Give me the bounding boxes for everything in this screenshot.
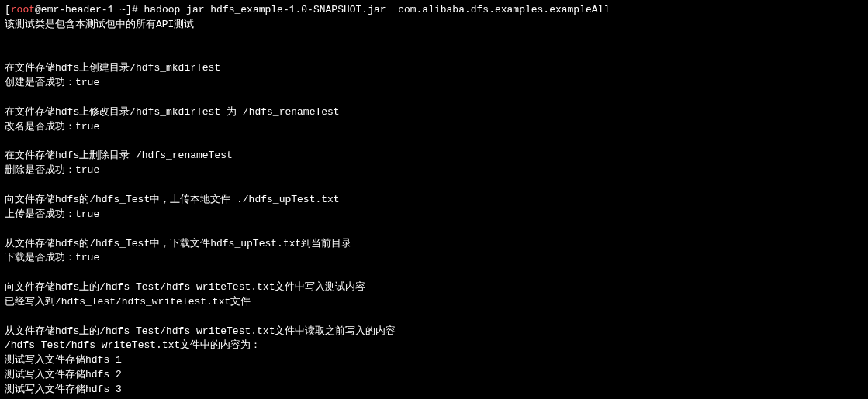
output-line: 下载是否成功：true — [5, 251, 863, 266]
blank-line — [5, 178, 863, 193]
command-text: hadoop jar hdfs_example-1.0-SNAPSHOT.jar… — [144, 4, 610, 15]
output-line: 该测试类是包含本测试包中的所有API测试 — [5, 18, 863, 33]
blank-line — [5, 266, 863, 280]
output-line: 测试写入文件存储hdfs 2 — [5, 368, 863, 383]
output-line: 删除是否成功：true — [5, 163, 863, 178]
prompt-line-1: [root@emr-header-1 ~]# hadoop jar hdfs_e… — [5, 3, 863, 18]
output-line: 从文件存储hdfs上的/hdfs_Test/hdfs_writeTest.txt… — [5, 325, 863, 339]
output-line: 向文件存储hdfs的/hdfs_Test中，上传本地文件 ./hdfs_upTe… — [5, 193, 863, 208]
output-line: 在文件存储hdfs上修改目录/hdfs_mkdirTest 为 /hdfs_re… — [5, 105, 863, 120]
prompt-host: emr-header-1 — [41, 4, 119, 15]
blank-line — [5, 47, 863, 62]
output-line: 创建是否成功：true — [5, 76, 863, 91]
output-line: 改名是否成功：true — [5, 120, 863, 135]
prompt-user: root — [11, 4, 35, 15]
output-line: 测试写入文件存储hdfs 1 — [5, 353, 863, 368]
prompt-at: @ — [35, 4, 41, 15]
output-line: 从文件存储hdfs的/hdfs_Test中，下载文件hdfs_upTest.tx… — [5, 237, 863, 252]
bracket-open: [ — [5, 4, 11, 15]
blank-line — [5, 222, 863, 237]
blank-line — [5, 135, 863, 150]
prompt-path: ~ — [119, 4, 126, 15]
bracket-close: ]# — [126, 4, 144, 15]
output-line: 已经写入到/hdfs_Test/hdfs_writeTest.txt文件 — [5, 295, 863, 310]
output-line: 上传是否成功：true — [5, 208, 863, 222]
output-line: 测试写入文件存储hdfs 3 — [5, 383, 863, 397]
blank-line — [5, 33, 863, 47]
blank-line — [5, 91, 863, 105]
output-line: /hdfs_Test/hdfs_writeTest.txt文件中的内容为： — [5, 339, 863, 353]
blank-line — [5, 310, 863, 325]
output-line: 在文件存储hdfs上删除目录 /hdfs_renameTest — [5, 149, 863, 163]
output-line: 向文件存储hdfs上的/hdfs_Test/hdfs_writeTest.txt… — [5, 280, 863, 295]
output-line: 在文件存储hdfs上创建目录/hdfs_mkdirTest — [5, 61, 863, 76]
